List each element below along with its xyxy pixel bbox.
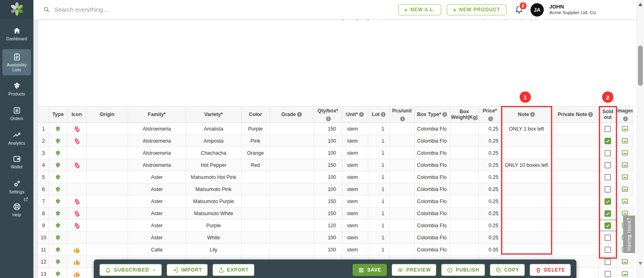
cell-pcs[interactable]: [390, 244, 415, 256]
cell-note[interactable]: [501, 183, 552, 195]
cell-sold_out[interactable]: [599, 232, 617, 244]
cell-lot[interactable]: 1: [368, 135, 390, 147]
image-icon[interactable]: [621, 185, 629, 193]
cell-family[interactable]: Alstroemeria: [128, 147, 186, 159]
image-icon[interactable]: [621, 270, 629, 278]
search-input[interactable]: [54, 6, 176, 13]
cell-images[interactable]: [617, 147, 633, 159]
cell-origin[interactable]: [87, 244, 128, 256]
cell-unit[interactable]: stem: [342, 195, 368, 207]
cell-sold_out[interactable]: [599, 256, 617, 268]
cell-qty[interactable]: 150: [314, 195, 342, 207]
sidebar-item-analytics[interactable]: Analytics: [2, 131, 31, 145]
cell-color[interactable]: [242, 171, 270, 183]
cell-unit[interactable]: stem: [342, 207, 368, 220]
cell-grade[interactable]: [270, 207, 314, 220]
cell-color[interactable]: [242, 207, 270, 220]
new-product-button[interactable]: + NEW PRODUCT: [447, 4, 506, 15]
cell-family[interactable]: Calla: [128, 244, 186, 256]
cell-variety[interactable]: Lily: [186, 244, 242, 256]
cell-private_note[interactable]: [552, 159, 599, 171]
cell-pcs[interactable]: [390, 135, 415, 147]
cell-box[interactable]: Colombia Flo: [415, 244, 450, 256]
cell-price[interactable]: 0.25: [479, 135, 501, 147]
cell-price[interactable]: 0.25: [479, 147, 501, 159]
cell-variety[interactable]: Matsumoto Purple: [186, 195, 242, 207]
info-icon[interactable]: i: [326, 116, 331, 121]
cell-qty[interactable]: 150: [314, 159, 342, 171]
cell-weight[interactable]: [450, 123, 479, 135]
sidebar-item-dashboard[interactable]: Dashboard: [2, 26, 31, 41]
cell-variety[interactable]: Hot Pepper: [186, 159, 242, 171]
cell-box[interactable]: Colombia Flo: [415, 183, 450, 195]
cell-grade[interactable]: [270, 135, 314, 147]
sold-out-checkbox[interactable]: [605, 234, 611, 241]
cell-pcs[interactable]: [390, 123, 415, 135]
cell-note[interactable]: ONLY 1 box left: [501, 123, 552, 135]
cell-note[interactable]: [501, 220, 552, 232]
cell-family[interactable]: Aster: [128, 195, 186, 207]
cell-family[interactable]: Alstroemeria: [128, 123, 186, 135]
cell-images[interactable]: [617, 135, 633, 147]
preview-button[interactable]: PREVIEW: [392, 264, 436, 276]
cell-color[interactable]: [242, 220, 270, 232]
cell-weight[interactable]: [450, 195, 479, 207]
cell-unit[interactable]: stem: [342, 232, 368, 244]
cell-origin[interactable]: [87, 183, 128, 195]
cell-private_note[interactable]: [552, 135, 599, 147]
cell-color[interactable]: [242, 183, 270, 195]
avatar[interactable]: JA: [530, 3, 544, 17]
cell-qty[interactable]: 120: [314, 220, 342, 232]
image-icon[interactable]: [621, 197, 629, 205]
cell-sold_out[interactable]: [599, 147, 617, 159]
cell-color[interactable]: [242, 195, 270, 207]
cell-grade[interactable]: [270, 220, 314, 232]
cell-pcs[interactable]: [390, 147, 415, 159]
cell-weight[interactable]: [450, 183, 479, 195]
info-icon[interactable]: i: [588, 112, 593, 117]
cell-color[interactable]: Orange: [242, 147, 270, 159]
sold-out-checkbox[interactable]: [605, 162, 611, 168]
cell-qty[interactable]: 100: [314, 183, 342, 195]
cell-private_note[interactable]: [552, 147, 599, 159]
cell-price[interactable]: 0.25: [479, 123, 501, 135]
save-button[interactable]: SAVE: [353, 264, 387, 276]
cell-unit[interactable]: stem: [342, 244, 368, 256]
cell-note[interactable]: [501, 244, 552, 256]
cell-color[interactable]: [242, 244, 270, 256]
cell-color[interactable]: Red: [242, 159, 270, 171]
info-icon[interactable]: i: [400, 116, 405, 121]
cell-lot[interactable]: 1: [368, 220, 390, 232]
cell-grade[interactable]: [270, 159, 314, 171]
publish-button[interactable]: PUBLISH: [441, 264, 485, 276]
cell-origin[interactable]: [87, 135, 128, 147]
scrollbar-thumb[interactable]: [638, 46, 643, 86]
sold-out-checkbox[interactable]: [605, 174, 611, 180]
cell-private_note[interactable]: [552, 220, 599, 232]
cell-origin[interactable]: [87, 195, 128, 207]
cell-qty[interactable]: 100: [314, 244, 342, 256]
cell-box[interactable]: Colombia Flo: [415, 220, 450, 232]
cell-family[interactable]: Aster: [128, 232, 186, 244]
cell-variety[interactable]: White: [186, 232, 242, 244]
cell-private_note[interactable]: [552, 123, 599, 135]
cell-pcs[interactable]: [390, 232, 415, 244]
sold-out-checkbox[interactable]: [605, 222, 611, 229]
cell-private_note[interactable]: [552, 207, 599, 220]
cell-unit[interactable]: stem: [342, 171, 368, 183]
sold-out-checkbox[interactable]: [605, 271, 611, 277]
cell-family[interactable]: Aster: [128, 183, 186, 195]
cell-weight[interactable]: [450, 171, 479, 183]
cell-origin[interactable]: [87, 220, 128, 232]
cell-unit[interactable]: stem: [342, 183, 368, 195]
cell-box[interactable]: Colombia Flo: [415, 159, 450, 171]
sold-out-checkbox[interactable]: [605, 150, 611, 156]
import-button[interactable]: IMPORT: [167, 264, 207, 276]
cell-note[interactable]: [501, 232, 552, 244]
cell-variety[interactable]: Chachacha: [186, 147, 242, 159]
scroll-down-arrow[interactable]: [638, 262, 642, 265]
cell-weight[interactable]: [450, 135, 479, 147]
image-icon[interactable]: [621, 161, 629, 169]
cell-sold_out[interactable]: [599, 195, 617, 207]
cell-sold_out[interactable]: [599, 123, 617, 135]
